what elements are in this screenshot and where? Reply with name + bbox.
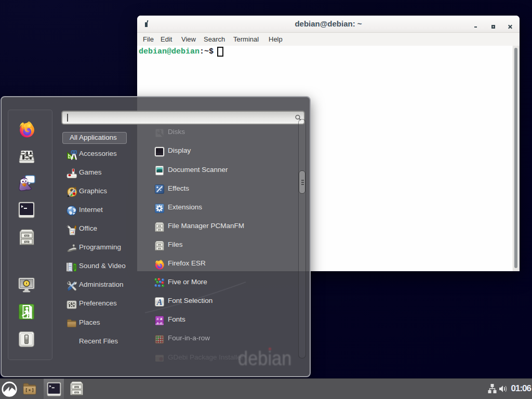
svg-text:a: a	[160, 320, 162, 325]
svg-text:A: A	[156, 298, 163, 307]
svg-text:a: a	[157, 320, 159, 325]
